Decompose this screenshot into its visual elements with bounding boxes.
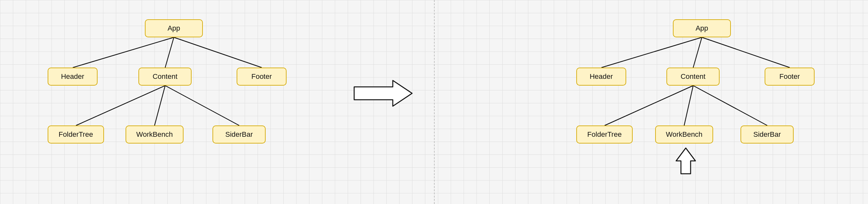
node-footer-1: Footer xyxy=(237,68,286,86)
svg-line-10 xyxy=(684,86,693,126)
node-footer-2: Footer xyxy=(765,68,814,86)
svg-line-2 xyxy=(174,37,262,68)
svg-line-6 xyxy=(601,37,702,68)
node-sidebar-1: SiderBar xyxy=(213,126,266,143)
svg-line-3 xyxy=(76,86,165,126)
canvas: App Header Content Footer FolderTree Wor… xyxy=(0,0,868,204)
svg-line-9 xyxy=(604,86,693,126)
svg-line-5 xyxy=(165,86,239,126)
svg-line-0 xyxy=(73,37,174,68)
svg-line-1 xyxy=(165,37,174,68)
svg-line-11 xyxy=(693,86,767,126)
node-workbench-1: WorkBench xyxy=(126,126,184,143)
node-workbench-2: WorkBench xyxy=(655,126,713,143)
svg-marker-13 xyxy=(676,148,695,174)
node-foldertree-1: FolderTree xyxy=(48,126,104,143)
svg-line-4 xyxy=(155,86,165,126)
node-header-1: Header xyxy=(48,68,98,86)
node-foldertree-2: FolderTree xyxy=(576,126,633,143)
divider xyxy=(434,0,435,204)
node-sidebar-2: SiderBar xyxy=(741,126,794,143)
right-arrow xyxy=(351,77,415,109)
up-arrow xyxy=(675,146,697,175)
node-content-2: Content xyxy=(666,68,720,86)
svg-marker-12 xyxy=(354,80,412,106)
svg-line-8 xyxy=(702,37,790,68)
node-app-2: App xyxy=(673,19,731,37)
node-app-1: App xyxy=(145,19,203,37)
node-header-2: Header xyxy=(576,68,626,86)
node-content-1: Content xyxy=(138,68,192,86)
svg-line-7 xyxy=(693,37,702,68)
